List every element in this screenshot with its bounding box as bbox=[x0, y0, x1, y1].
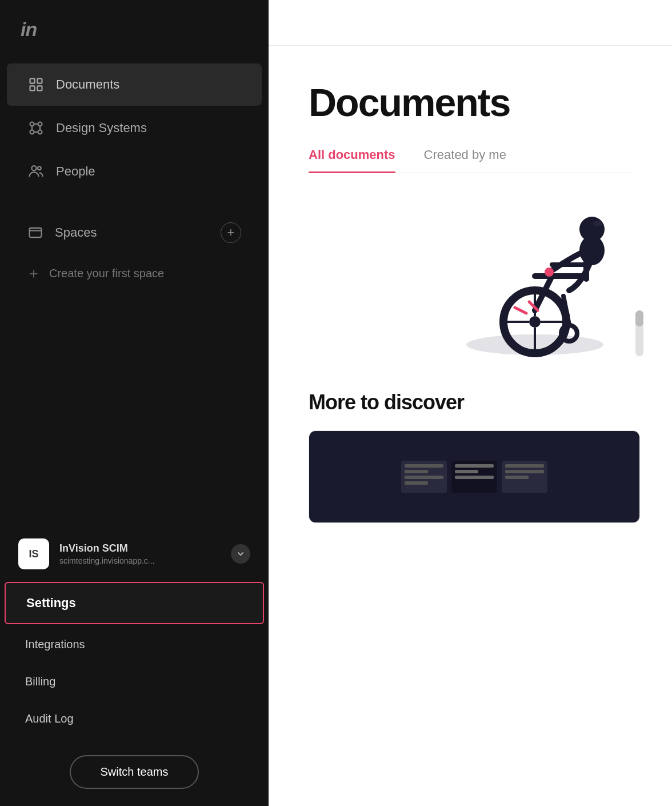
tabs: All documents Created by me bbox=[309, 147, 632, 173]
spaces-header-left: Spaces bbox=[27, 225, 97, 241]
integrations-label: Integrations bbox=[25, 638, 85, 651]
svg-point-7 bbox=[38, 130, 42, 134]
svg-point-5 bbox=[38, 122, 42, 126]
team-info: InVision SCIM scimtesting.invisionapp.c.… bbox=[59, 542, 221, 565]
people-icon bbox=[27, 163, 45, 180]
sidebar-item-people-label: People bbox=[56, 164, 95, 179]
svg-rect-3 bbox=[37, 86, 42, 90]
audit-log-menu-item[interactable]: Audit Log bbox=[5, 701, 264, 737]
sidebar-bottom: IS InVision SCIM scimtesting.invisionapp… bbox=[0, 528, 269, 806]
audit-log-label: Audit Log bbox=[25, 712, 74, 725]
svg-rect-2 bbox=[30, 86, 35, 90]
billing-label: Billing bbox=[25, 675, 55, 688]
switch-teams-button[interactable]: Switch teams bbox=[70, 755, 199, 789]
svg-point-6 bbox=[30, 130, 34, 134]
tab-all-documents[interactable]: All documents bbox=[309, 147, 395, 173]
billing-menu-item[interactable]: Billing bbox=[5, 664, 264, 700]
invision-logo: in bbox=[21, 18, 37, 40]
sidebar-item-design-systems-label: Design Systems bbox=[56, 121, 147, 135]
main-header bbox=[269, 0, 672, 46]
logo-area: in bbox=[0, 0, 269, 57]
integrations-menu-item[interactable]: Integrations bbox=[5, 627, 264, 663]
screen-mock-3 bbox=[502, 461, 547, 493]
sidebar-item-documents[interactable]: Documents bbox=[7, 63, 262, 106]
scroll-thumb bbox=[635, 310, 643, 326]
team-dropdown-button[interactable] bbox=[231, 544, 250, 564]
settings-menu-item[interactable]: Settings bbox=[5, 582, 264, 624]
main-body: Documents All documents Created by me bbox=[269, 46, 672, 546]
team-url: scimtesting.invisionapp.c... bbox=[59, 556, 221, 565]
tab-created-by-me[interactable]: Created by me bbox=[424, 147, 506, 173]
sidebar-item-design-systems[interactable]: Design Systems bbox=[7, 107, 262, 149]
svg-rect-1 bbox=[37, 79, 42, 83]
spaces-header[interactable]: Spaces + bbox=[7, 210, 262, 256]
empty-state-illustration bbox=[421, 196, 649, 368]
spaces-section: Spaces + Create your first space bbox=[0, 210, 269, 290]
svg-point-4 bbox=[30, 122, 34, 126]
scroll-indicator[interactable] bbox=[635, 310, 643, 356]
team-section[interactable]: IS InVision SCIM scimtesting.invisionapp… bbox=[5, 528, 264, 580]
screen-mock-2 bbox=[451, 461, 497, 493]
create-space-item[interactable]: Create your first space bbox=[7, 257, 262, 290]
documents-icon bbox=[27, 76, 45, 93]
create-space-label: Create your first space bbox=[49, 267, 164, 280]
svg-point-12 bbox=[31, 166, 36, 170]
main-content: Documents All documents Created by me bbox=[269, 0, 672, 806]
design-systems-icon bbox=[27, 119, 45, 137]
svg-point-31 bbox=[593, 221, 602, 226]
illustration-area bbox=[309, 196, 649, 368]
add-space-button[interactable]: + bbox=[221, 222, 241, 243]
discover-card[interactable] bbox=[309, 430, 640, 523]
sidebar-item-documents-label: Documents bbox=[56, 77, 119, 92]
sidebar-navigation: Documents Design Systems bbox=[0, 57, 269, 528]
svg-point-30 bbox=[579, 217, 605, 242]
more-to-discover-heading: More to discover bbox=[309, 390, 632, 414]
team-name: InVision SCIM bbox=[59, 542, 221, 554]
spaces-label: Spaces bbox=[55, 225, 97, 240]
sidebar-item-people[interactable]: People bbox=[7, 150, 262, 193]
svg-rect-0 bbox=[30, 79, 35, 83]
sidebar: in Documents bbox=[0, 0, 269, 806]
discover-card-image bbox=[309, 431, 639, 522]
settings-label: Settings bbox=[26, 596, 76, 611]
page-title: Documents bbox=[309, 80, 632, 125]
svg-point-32 bbox=[545, 268, 554, 277]
team-avatar: IS bbox=[18, 538, 49, 569]
screen-mock-1 bbox=[401, 461, 447, 493]
svg-point-18 bbox=[529, 316, 541, 328]
svg-point-13 bbox=[38, 166, 41, 170]
